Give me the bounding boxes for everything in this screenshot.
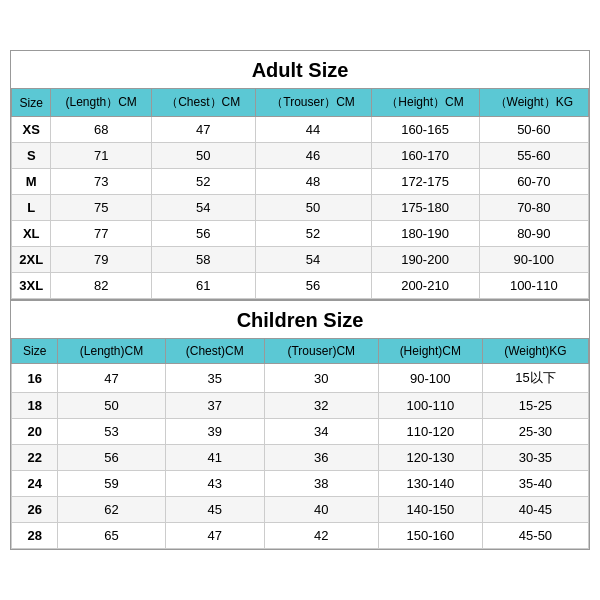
table-cell: 50-60: [479, 117, 588, 143]
table-cell: 68: [51, 117, 151, 143]
children-title: Children Size: [11, 299, 589, 338]
table-cell: 24: [12, 471, 58, 497]
children-header-cell: Size: [12, 339, 58, 364]
table-cell: 56: [255, 273, 371, 299]
table-cell: 45: [165, 497, 264, 523]
adult-header-row: Size(Length）CM（Chest）CM（Trouser）CM（Heigh…: [12, 89, 589, 117]
children-header-cell: (Chest)CM: [165, 339, 264, 364]
table-cell: 100-110: [378, 393, 482, 419]
adult-header-cell: （Height）CM: [371, 89, 479, 117]
children-tbody: 1647353090-10015以下18503732100-11015-2520…: [12, 364, 589, 549]
table-cell: 45-50: [482, 523, 588, 549]
table-cell: L: [12, 195, 51, 221]
table-cell: 59: [58, 471, 165, 497]
table-cell: 180-190: [371, 221, 479, 247]
adult-header-cell: （Weight）KG: [479, 89, 588, 117]
table-cell: 28: [12, 523, 58, 549]
table-cell: 20: [12, 419, 58, 445]
adult-header-cell: Size: [12, 89, 51, 117]
adult-table: Size(Length）CM（Chest）CM（Trouser）CM（Heigh…: [11, 88, 589, 299]
table-cell: 48: [255, 169, 371, 195]
table-cell: 70-80: [479, 195, 588, 221]
table-cell: 40: [264, 497, 378, 523]
table-cell: 50: [151, 143, 255, 169]
table-cell: 73: [51, 169, 151, 195]
table-cell: 34: [264, 419, 378, 445]
table-cell: 75: [51, 195, 151, 221]
table-cell: 120-130: [378, 445, 482, 471]
table-cell: 79: [51, 247, 151, 273]
table-row: 1647353090-10015以下: [12, 364, 589, 393]
table-cell: 175-180: [371, 195, 479, 221]
adult-tbody: XS684744160-16550-60S715046160-17055-60M…: [12, 117, 589, 299]
table-cell: 15-25: [482, 393, 588, 419]
table-cell: 56: [151, 221, 255, 247]
table-cell: 130-140: [378, 471, 482, 497]
table-cell: 100-110: [479, 273, 588, 299]
table-cell: XS: [12, 117, 51, 143]
table-cell: 60-70: [479, 169, 588, 195]
children-header-cell: (Weight)KG: [482, 339, 588, 364]
table-row: 2XL795854190-20090-100: [12, 247, 589, 273]
table-cell: 15以下: [482, 364, 588, 393]
table-cell: 172-175: [371, 169, 479, 195]
table-cell: 44: [255, 117, 371, 143]
table-cell: 53: [58, 419, 165, 445]
children-thead: Size(Length)CM(Chest)CM(Trouser)CM(Heigh…: [12, 339, 589, 364]
table-cell: 80-90: [479, 221, 588, 247]
table-cell: 40-45: [482, 497, 588, 523]
table-cell: 160-170: [371, 143, 479, 169]
table-cell: 22: [12, 445, 58, 471]
table-cell: 150-160: [378, 523, 482, 549]
table-cell: 25-30: [482, 419, 588, 445]
table-cell: 54: [255, 247, 371, 273]
table-cell: 46: [255, 143, 371, 169]
table-cell: 3XL: [12, 273, 51, 299]
table-row: 22564136120-13030-35: [12, 445, 589, 471]
table-row: 20533934110-12025-30: [12, 419, 589, 445]
table-cell: 110-120: [378, 419, 482, 445]
table-cell: 56: [58, 445, 165, 471]
table-cell: 52: [255, 221, 371, 247]
table-cell: 26: [12, 497, 58, 523]
children-header-cell: (Length)CM: [58, 339, 165, 364]
table-cell: 77: [51, 221, 151, 247]
table-row: L755450175-18070-80: [12, 195, 589, 221]
table-cell: 47: [58, 364, 165, 393]
table-cell: 65: [58, 523, 165, 549]
table-cell: 30-35: [482, 445, 588, 471]
table-cell: 90-100: [479, 247, 588, 273]
table-row: 18503732100-11015-25: [12, 393, 589, 419]
table-cell: 52: [151, 169, 255, 195]
adult-thead: Size(Length）CM（Chest）CM（Trouser）CM（Heigh…: [12, 89, 589, 117]
table-cell: 55-60: [479, 143, 588, 169]
table-cell: 18: [12, 393, 58, 419]
table-cell: 36: [264, 445, 378, 471]
table-cell: 61: [151, 273, 255, 299]
table-cell: 71: [51, 143, 151, 169]
table-row: 26624540140-15040-45: [12, 497, 589, 523]
table-row: S715046160-17055-60: [12, 143, 589, 169]
table-cell: 37: [165, 393, 264, 419]
size-chart: Adult Size Size(Length）CM（Chest）CM（Trous…: [10, 50, 590, 550]
table-cell: 82: [51, 273, 151, 299]
table-cell: 54: [151, 195, 255, 221]
children-header-cell: (Trouser)CM: [264, 339, 378, 364]
adult-header-cell: （Chest）CM: [151, 89, 255, 117]
table-row: M735248172-17560-70: [12, 169, 589, 195]
adult-header-cell: (Length）CM: [51, 89, 151, 117]
table-cell: 35-40: [482, 471, 588, 497]
table-cell: 47: [151, 117, 255, 143]
table-cell: 42: [264, 523, 378, 549]
children-table: Size(Length)CM(Chest)CM(Trouser)CM(Heigh…: [11, 338, 589, 549]
adult-title: Adult Size: [11, 51, 589, 88]
children-header-row: Size(Length)CM(Chest)CM(Trouser)CM(Heigh…: [12, 339, 589, 364]
children-header-cell: (Height)CM: [378, 339, 482, 364]
table-cell: 47: [165, 523, 264, 549]
table-cell: 41: [165, 445, 264, 471]
table-row: 3XL826156200-210100-110: [12, 273, 589, 299]
table-cell: 30: [264, 364, 378, 393]
table-cell: 160-165: [371, 117, 479, 143]
table-cell: 50: [58, 393, 165, 419]
table-cell: 190-200: [371, 247, 479, 273]
